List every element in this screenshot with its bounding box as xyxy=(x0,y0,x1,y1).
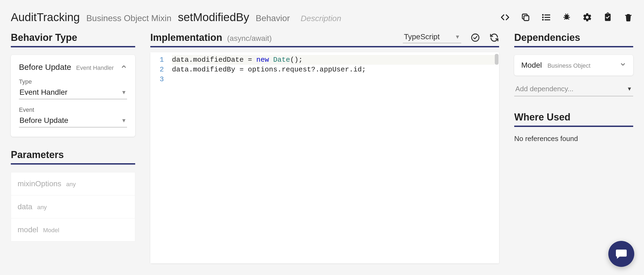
line-number: 3 xyxy=(153,74,164,84)
behavior-type-card: Before Update Event Handler Type Event H… xyxy=(11,55,135,137)
dependencies-title: Dependencies xyxy=(514,32,633,47)
svg-line-11 xyxy=(564,19,566,19)
type-select[interactable]: Event Handler ▼ xyxy=(19,87,127,99)
type-label: Type xyxy=(19,78,127,85)
entity-name: AuditTracking xyxy=(11,11,80,24)
svg-rect-2 xyxy=(545,15,550,16)
svg-point-5 xyxy=(542,19,544,21)
chevron-down-icon xyxy=(620,61,626,70)
toolbar xyxy=(500,12,633,22)
parameters-title: Parameters xyxy=(11,149,135,165)
language-select[interactable]: TypeScript ▼ xyxy=(403,32,461,43)
type-value: Event Handler xyxy=(19,88,67,97)
entity-type: Business Object Mixin xyxy=(86,13,171,23)
parameter-name: mixinOptions xyxy=(18,179,61,188)
parameter-row[interactable]: data any xyxy=(11,195,135,218)
gear-icon[interactable] xyxy=(582,12,592,22)
task-icon[interactable] xyxy=(603,12,613,22)
parameter-type: any xyxy=(66,181,76,188)
event-label: Event xyxy=(19,106,127,113)
bug-icon[interactable] xyxy=(562,12,572,22)
type-field: Type Event Handler ▼ xyxy=(19,78,127,99)
svg-rect-4 xyxy=(545,17,550,18)
behavior-name: setModifiedBy xyxy=(178,11,249,24)
parameters-list: mixinOptions any data any model Model xyxy=(11,172,135,241)
parameter-row[interactable]: model Model xyxy=(11,218,135,241)
chevron-up-icon xyxy=(121,63,127,72)
event-value: Before Update xyxy=(19,116,68,125)
chat-button[interactable] xyxy=(608,241,634,267)
behavior-type-card-tag: Event Handler xyxy=(76,64,114,71)
code-line: data.modifiedDate = new Date(); xyxy=(172,55,495,65)
behavior-kind: Behavior xyxy=(256,13,290,23)
caret-down-icon: ▼ xyxy=(121,89,127,96)
caret-down-icon: ▼ xyxy=(627,86,632,92)
trash-icon[interactable] xyxy=(623,12,633,22)
caret-down-icon: ▼ xyxy=(455,34,460,40)
svg-line-12 xyxy=(568,19,569,19)
line-number: 2 xyxy=(153,65,164,74)
page-header: AuditTracking Business Object Mixin setM… xyxy=(0,0,644,32)
parameter-row[interactable]: mixinOptions any xyxy=(11,172,135,195)
language-value: TypeScript xyxy=(404,32,440,41)
add-dependency-input[interactable]: Add dependency... ▼ xyxy=(514,82,633,96)
dependency-name: Model xyxy=(521,61,542,69)
validate-icon[interactable] xyxy=(470,33,480,42)
implementation-title: Implementation xyxy=(150,32,222,43)
svg-point-1 xyxy=(542,14,544,16)
svg-rect-6 xyxy=(545,19,550,21)
dependency-row[interactable]: Model Business Object xyxy=(514,55,633,76)
dependency-type: Business Object xyxy=(547,62,590,69)
event-field: Event Before Update ▼ xyxy=(19,106,127,127)
line-gutter: 1 2 3 xyxy=(150,52,168,263)
add-dependency-placeholder: Add dependency... xyxy=(515,85,573,93)
copy-icon[interactable] xyxy=(521,12,530,22)
parameter-type: Model xyxy=(43,227,59,234)
behavior-type-title: Behavior Type xyxy=(11,32,135,47)
parameter-name: model xyxy=(18,225,38,234)
caret-down-icon: ▼ xyxy=(121,117,127,124)
parameter-type: any xyxy=(37,204,47,211)
code-line xyxy=(172,74,495,84)
scrollbar-thumb[interactable] xyxy=(495,54,499,65)
line-number: 1 xyxy=(153,55,164,65)
implementation-mode: (async/await) xyxy=(227,34,272,43)
code-icon[interactable] xyxy=(500,12,510,22)
breadcrumb: AuditTracking Business Object Mixin setM… xyxy=(11,11,341,24)
behavior-type-card-header[interactable]: Before Update Event Handler xyxy=(19,63,127,72)
event-select[interactable]: Before Update ▼ xyxy=(19,115,127,127)
code-line: data.modifiedBy = options.request?.appUs… xyxy=(172,65,495,74)
code-editor[interactable]: 1 2 3 data.modifiedDate = new Date();dat… xyxy=(150,52,499,263)
refresh-icon[interactable] xyxy=(489,33,499,42)
where-used-empty: No references found xyxy=(514,135,633,143)
code-area[interactable]: data.modifiedDate = new Date();data.modi… xyxy=(168,52,499,263)
behavior-type-card-name: Before Update xyxy=(19,63,71,72)
svg-line-13 xyxy=(566,14,566,15)
svg-point-3 xyxy=(542,17,544,18)
svg-point-15 xyxy=(472,34,479,41)
svg-line-14 xyxy=(567,14,568,15)
where-used-title: Where Used xyxy=(514,112,633,127)
list-icon[interactable] xyxy=(541,12,551,22)
parameter-name: data xyxy=(18,202,32,211)
description-placeholder[interactable]: Description xyxy=(301,14,341,23)
svg-rect-0 xyxy=(524,16,529,21)
